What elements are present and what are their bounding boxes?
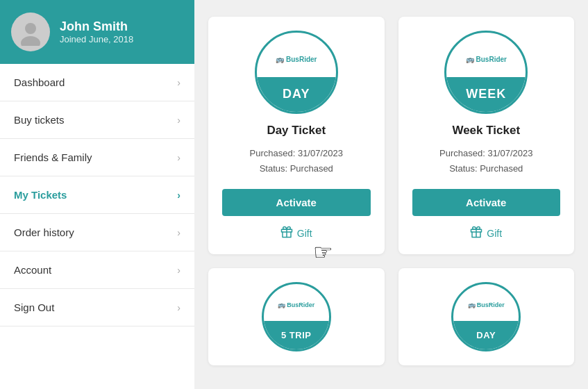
- sidebar-item-label: Buy tickets: [14, 114, 65, 126]
- five-trip-badge: 🚌 BusRider 5 TRIP: [262, 282, 331, 351]
- week-activate-button[interactable]: Activate: [412, 189, 561, 216]
- sidebar-item-friends-family[interactable]: Friends & Family ›: [0, 139, 194, 176]
- badge-small-top: 🚌 BusRider: [264, 284, 329, 322]
- day-status: Status: Purchased: [250, 161, 343, 176]
- user-name: John Smith: [60, 19, 133, 35]
- badge-top: 🚌 BusRider: [446, 33, 526, 80]
- chevron-right-icon: ›: [177, 190, 180, 201]
- week-gift-label: Gift: [487, 228, 502, 239]
- day2-badge: 🚌 BusRider DAY: [451, 282, 521, 351]
- gift-icon: [280, 226, 293, 240]
- sidebar-item-label: Friends & Family: [14, 151, 92, 163]
- day-gift-label: Gift: [297, 228, 312, 239]
- week-ticket-meta: Purchased: 31/07/2023 Status: Purchased: [439, 146, 532, 176]
- chevron-right-icon: ›: [177, 115, 180, 126]
- sidebar-item-account[interactable]: Account ›: [0, 251, 194, 289]
- busrider-logo-sm: 🚌 BusRider: [468, 301, 505, 308]
- chevron-right-icon: ›: [177, 227, 180, 238]
- chevron-right-icon: ›: [177, 302, 180, 313]
- chevron-right-icon: ›: [177, 77, 180, 88]
- badge-small-top: 🚌 BusRider: [453, 284, 519, 322]
- week-gift-button[interactable]: Gift: [470, 226, 502, 240]
- week-ticket-badge: 🚌 BusRider WEEK: [444, 31, 528, 114]
- busrider-logo: 🚌 BusRider: [466, 56, 507, 63]
- week-ticket-title: Week Ticket: [452, 124, 520, 138]
- sidebar-item-label: Sign Out: [14, 301, 54, 313]
- day2-ticket-card: 🚌 BusRider DAY: [398, 268, 575, 365]
- sidebar-item-order-history[interactable]: Order history ›: [0, 214, 194, 251]
- chevron-right-icon: ›: [177, 265, 180, 276]
- day-ticket-title: Day Ticket: [267, 124, 326, 138]
- user-info: John Smith Joined June, 2018: [60, 19, 133, 45]
- sidebar: John Smith Joined June, 2018 Dashboard ›…: [0, 0, 194, 389]
- day-ticket-badge: 🚌 BusRider DAY: [255, 31, 338, 114]
- badge-top: 🚌 BusRider: [257, 33, 336, 80]
- bus-icon-sm: 🚌: [468, 301, 476, 308]
- sidebar-item-buy-tickets[interactable]: Buy tickets ›: [0, 101, 194, 139]
- avatar: [11, 13, 50, 51]
- sidebar-item-my-tickets[interactable]: My Tickets ›: [0, 176, 194, 214]
- day-badge-label: DAY: [257, 77, 336, 112]
- busrider-logo: 🚌 BusRider: [276, 56, 317, 63]
- sidebar-item-label: Dashboard: [14, 76, 65, 88]
- bus-icon: 🚌: [466, 56, 474, 63]
- svg-point-1: [21, 36, 40, 46]
- main-content: 🚌 BusRider DAY Day Ticket Purchased: 31/…: [194, 0, 588, 389]
- week-badge-label: WEEK: [446, 77, 526, 112]
- nav-list: Dashboard › Buy tickets › Friends & Fami…: [0, 64, 194, 389]
- gift-area: Gift ☞: [280, 226, 312, 240]
- sidebar-item-dashboard[interactable]: Dashboard ›: [0, 64, 194, 101]
- five-trip-ticket-card: 🚌 BusRider 5 TRIP: [208, 268, 385, 365]
- week-purchased: Purchased: 31/07/2023: [439, 146, 532, 161]
- day2-badge-label: DAY: [453, 321, 519, 349]
- tickets-grid: 🚌 BusRider DAY Day Ticket Purchased: 31/…: [208, 17, 574, 365]
- sidebar-item-label: Account: [14, 264, 51, 276]
- user-joined: Joined June, 2018: [60, 34, 133, 44]
- sidebar-item-label: My Tickets: [14, 189, 67, 201]
- day-ticket-meta: Purchased: 31/07/2023 Status: Purchased: [250, 146, 343, 176]
- day-gift-button[interactable]: Gift: [280, 226, 312, 240]
- day-purchased: Purchased: 31/07/2023: [250, 146, 343, 161]
- cursor-hand-icon: ☞: [313, 239, 333, 265]
- day-ticket-card: 🚌 BusRider DAY Day Ticket Purchased: 31/…: [208, 17, 385, 254]
- sidebar-header: John Smith Joined June, 2018: [0, 0, 194, 64]
- week-status: Status: Purchased: [439, 161, 532, 176]
- sidebar-item-sign-out[interactable]: Sign Out ›: [0, 289, 194, 326]
- svg-point-0: [25, 23, 36, 34]
- busrider-logo-sm: 🚌 BusRider: [278, 301, 314, 308]
- bus-icon: 🚌: [276, 56, 284, 63]
- day-activate-button[interactable]: Activate: [222, 189, 371, 216]
- bus-icon-sm: 🚌: [278, 301, 285, 308]
- week-ticket-card: 🚌 BusRider WEEK Week Ticket Purchased: 3…: [398, 17, 575, 254]
- five-trip-badge-label: 5 TRIP: [264, 321, 329, 349]
- gift-icon: [470, 226, 482, 240]
- chevron-right-icon: ›: [177, 152, 180, 163]
- sidebar-item-label: Order history: [14, 226, 74, 238]
